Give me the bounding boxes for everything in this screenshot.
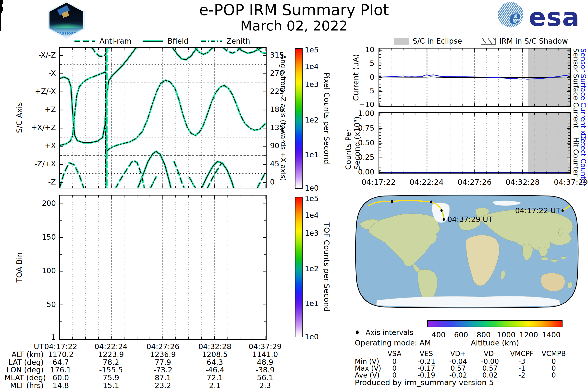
info-cell: -46.4 bbox=[193, 366, 237, 374]
info-cell: 64.7 bbox=[39, 359, 83, 366]
cnt-ytick-1.00: 1.00 bbox=[345, 110, 374, 117]
legend-eclipse-label: S/C in Eclipse bbox=[412, 37, 462, 45]
angle-ytick-0: 0 bbox=[270, 178, 292, 186]
cnt-ytick-0.25: 0.25 bbox=[345, 154, 374, 161]
axis-interval-dot bbox=[391, 200, 393, 203]
info-cell: 72.1 bbox=[193, 374, 237, 382]
sc-ytick--Z/+X: -Z/+X bbox=[19, 160, 56, 168]
aurora-art bbox=[48, 23, 85, 28]
info-cell: 64.3 bbox=[193, 359, 237, 366]
info-cell: 75.9 bbox=[89, 374, 133, 382]
info-cell: 78.2 bbox=[89, 359, 133, 366]
legend-line-sample-dashed bbox=[74, 38, 96, 45]
produced-by: Produced by irm_summary version 5 bbox=[355, 378, 494, 387]
cb-label-1e1: 1e1 bbox=[305, 151, 319, 158]
volt-cell: 0 bbox=[534, 372, 573, 379]
info-cell: 2.3 bbox=[243, 382, 287, 389]
info-cell: 1208.5 bbox=[193, 351, 237, 358]
info-cell: 1236.9 bbox=[141, 351, 185, 358]
cassiope-patch-art: CASSIOPE bbox=[48, 3, 85, 38]
axis-interval-dot bbox=[443, 218, 445, 221]
info-row-label-LON (deg): LON (deg) bbox=[4, 366, 44, 374]
time-tick-04:22:24: 04:22:24 bbox=[400, 178, 454, 186]
toa-ytick-50: 50 bbox=[26, 301, 56, 308]
world-map: 04:37:29 UT04:17:22 UT bbox=[355, 194, 579, 308]
esa-globe-icon: e bbox=[498, 2, 523, 28]
info-cell: 87.1 bbox=[141, 374, 185, 382]
legend-sc-eclipse: S/C in Eclipse bbox=[394, 37, 462, 45]
info-cell: 04:37:29 bbox=[243, 343, 287, 350]
title-block: e-POP IRM Summary Plot March 02, 2022 bbox=[172, 2, 416, 34]
toa-ytick-150: 150 bbox=[26, 234, 56, 241]
cb-label-1e4: 1e4 bbox=[305, 212, 319, 219]
info-cell: 2.1 bbox=[193, 382, 237, 389]
pixel-colorbar-label: Pixel Counts per Second bbox=[322, 48, 331, 189]
toa-ytick-200: 200 bbox=[26, 200, 56, 207]
cb-label-1e2: 1e2 bbox=[305, 116, 319, 124]
info-cell: 04:22:24 bbox=[89, 343, 133, 350]
sc-ytick--Z: -Z bbox=[19, 178, 56, 186]
angle-ytick-270: 270 bbox=[270, 70, 292, 77]
cb-label-1e0: 1e0 bbox=[305, 184, 319, 192]
cb-label-1e0: 1e0 bbox=[305, 333, 319, 340]
sc-axis-plot bbox=[59, 47, 266, 188]
legend-label: Bfield bbox=[168, 37, 188, 45]
cur-ytick-10: 10 bbox=[345, 46, 374, 54]
cb-label-1e3: 1e3 bbox=[305, 230, 319, 237]
volt-cell: 0 bbox=[534, 358, 573, 365]
info-cell: 1170.2 bbox=[39, 351, 83, 358]
info-cell: 23.2 bbox=[141, 382, 185, 389]
map-start-time-label: 04:17:22 UT bbox=[515, 206, 560, 215]
cb-label-1e2: 1e2 bbox=[305, 265, 319, 272]
info-cell: 15.1 bbox=[89, 382, 133, 389]
ground-track-map: 04:37:29 UT04:17:22 UT bbox=[355, 194, 579, 308]
alt-tick bbox=[0, 25, 1, 28]
map-end-time-label: 04:37:29 UT bbox=[447, 215, 493, 224]
time-tick-04:17:22: 04:17:22 bbox=[352, 178, 406, 186]
cur-ytick--10: −10 bbox=[345, 101, 374, 108]
operating-mode: Operating mode: AM bbox=[355, 338, 431, 347]
info-cell: 1141.0 bbox=[243, 351, 287, 358]
altitude-colorbar bbox=[427, 320, 562, 327]
altitude-colorbar-label: Altitude (km) bbox=[427, 338, 562, 347]
angle-ytick-135: 135 bbox=[270, 124, 292, 131]
sc-ytick--X: -X bbox=[19, 70, 56, 77]
legend-anti-ram: Anti-ram bbox=[74, 37, 131, 45]
info-cell: 04:32:28 bbox=[193, 343, 237, 350]
axis-interval-dot bbox=[430, 200, 432, 203]
cassiope-mission-patch: CASSIOPE bbox=[46, 2, 86, 39]
info-row-label-LAT (deg): LAT (deg) bbox=[4, 359, 44, 366]
cur-ytick--5: −5 bbox=[345, 87, 374, 94]
info-cell: 1223.9 bbox=[89, 351, 133, 358]
volt-cell: 0 bbox=[534, 365, 573, 372]
info-cell: -155.5 bbox=[89, 366, 133, 374]
sc-ytick-+X/+Z: +X/+Z bbox=[19, 124, 56, 131]
cb-label-1e4: 1e4 bbox=[305, 63, 319, 70]
legend-irm-shadow: IRM in S/C Shadow bbox=[481, 37, 568, 45]
legend-shadow-label: IRM in S/C Shadow bbox=[499, 37, 568, 45]
info-cell: 04:17:22 bbox=[39, 343, 83, 350]
time-tick-04:37:29: 04:37:29 bbox=[544, 178, 588, 186]
sensor-surface-current-x5-label: Sensor Surface Current x 5 bbox=[580, 48, 586, 141]
info-row-label-MLAT (deg): MLAT (deg) bbox=[4, 374, 44, 382]
info-row-label-UT: UT bbox=[4, 343, 44, 350]
axis-intervals-label: Axis intervals bbox=[366, 328, 413, 337]
alt-tick-label-1400: 1400 bbox=[536, 331, 566, 338]
toa-ytick-1: 1 bbox=[26, 334, 56, 341]
cnt-ytick-0.75: 0.75 bbox=[345, 124, 374, 132]
counts-plot bbox=[378, 112, 571, 174]
cur-ytick-5: 5 bbox=[345, 60, 374, 67]
angle-ytick-315: 315 bbox=[270, 52, 292, 59]
info-cell: -73.2 bbox=[141, 366, 185, 374]
sensor-surface-current-label: Sensor Surface Current bbox=[572, 48, 579, 128]
toa-ytick-100: 100 bbox=[26, 267, 56, 274]
info-cell: 14.8 bbox=[39, 382, 83, 389]
info-row-label-MLT (hrs): MLT (hrs) bbox=[4, 382, 44, 389]
alt-tick bbox=[0, 13, 1, 16]
angle-ytick-180: 180 bbox=[270, 106, 292, 113]
axis-interval-dot bbox=[440, 209, 443, 212]
legend-line-sample-dashdot bbox=[200, 38, 223, 45]
cb-label-1e5: 1e5 bbox=[305, 46, 319, 54]
tof-colorbar-label: TOF Counts per Second bbox=[322, 197, 331, 337]
cb-label-1e3: 1e3 bbox=[305, 81, 319, 88]
